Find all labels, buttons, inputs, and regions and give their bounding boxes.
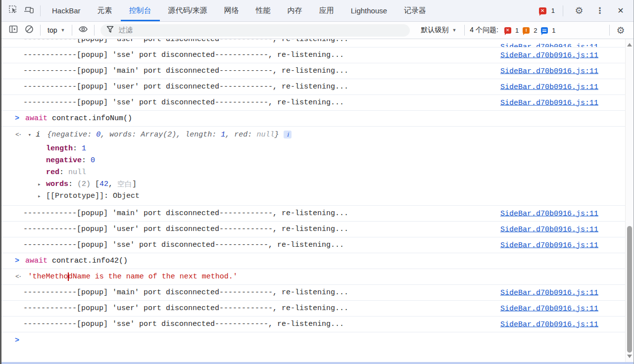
panel-tabs: HackBar 元素 控制台 源代码/来源 网络 性能 内存 应用 Lighth… — [44, 0, 435, 21]
property-name: negative — [46, 156, 82, 165]
property-value: 1 — [82, 144, 86, 153]
tab-application[interactable]: 应用 — [311, 0, 342, 21]
log-levels-label: 默认级别 — [421, 26, 448, 35]
keyword-await: await — [25, 114, 48, 123]
source-link[interactable]: SideBar.d70b0916.js:11 — [500, 43, 598, 48]
inspect-element-button[interactable] — [5, 3, 21, 19]
result-object-block: <· ▾ i {negative: 0, words: Array(2), le… — [1, 127, 634, 206]
source-link[interactable]: SideBar.d70b0916.js:11 — [500, 209, 598, 218]
console-input-echo-row: > await contract.infoNum() — [1, 111, 634, 127]
expand-open-icon[interactable]: ▾ — [28, 132, 32, 138]
result-output-icon: <· — [15, 273, 21, 280]
prompt-chevron-icon: > — [15, 336, 19, 345]
tab-lighthouse[interactable]: Lighthouse — [342, 0, 395, 21]
source-link[interactable]: SideBar.d70b0916.js:11 — [500, 67, 598, 75]
result-string-row: <· 'theMethodName is the name of the nex… — [1, 269, 634, 285]
log-message: ------------[popup] 'sse' port disconnec… — [23, 98, 344, 107]
log-message: ------------[popup] 'sse' port disconnec… — [23, 241, 344, 249]
object-property-row: ▸ words: (2) [42, 空白] — [1, 178, 634, 190]
console-sidebar-toggle-button[interactable] — [5, 22, 21, 38]
issues-label: 4 个问题: — [470, 26, 498, 35]
log-row: ------------[popup] 'main' port disconne… — [1, 285, 634, 301]
source-link[interactable]: SideBar.d70b0916.js:11 — [500, 304, 598, 313]
log-message: ------------[popup] 'main' port disconne… — [23, 288, 348, 297]
value-info-icon[interactable]: i — [284, 131, 292, 138]
object-preview: {negative: 0, words: Array(2), length: 1… — [47, 131, 279, 139]
more-options-button[interactable]: ⋮ — [592, 3, 608, 19]
tab-performance[interactable]: 性能 — [247, 0, 279, 21]
vertical-scrollbar[interactable] — [625, 39, 634, 362]
close-devtools-button[interactable]: ✕ — [613, 3, 629, 19]
settings-button[interactable]: ⚙ — [571, 3, 587, 19]
filter-placeholder: 过滤 — [118, 26, 132, 35]
tab-recorder[interactable]: 记录器 — [395, 0, 435, 21]
source-link[interactable]: SideBar.d70b0916.js:11 — [500, 288, 598, 297]
property-name: length — [46, 144, 73, 153]
tab-console[interactable]: 控制台 — [121, 0, 160, 21]
issue-message-icon — [541, 27, 548, 34]
log-row: ------------[popup] 'user' port disconne… — [1, 301, 634, 317]
log-row: ------------[popup] 'sse' port disconnec… — [1, 317, 634, 332]
issue-error-count: 1 — [515, 27, 519, 34]
source-link[interactable]: SideBar.d70b0916.js:11 — [500, 83, 598, 91]
tabbar-divider — [40, 5, 41, 16]
issue-message-count: 1 — [552, 27, 555, 34]
scrollbar-thumb[interactable] — [627, 226, 632, 353]
tab-network[interactable]: 网络 — [216, 0, 247, 21]
inspect-cursor-icon — [8, 5, 18, 17]
clear-console-button[interactable] — [21, 22, 37, 38]
tab-memory[interactable]: 内存 — [279, 0, 311, 21]
log-row: ------------[popup] 'sse' port disconnec… — [1, 95, 634, 111]
log-row: ------------[popup] 'user' port disconne… — [1, 79, 634, 95]
log-message: ------------[popup] 'user' port disconne… — [23, 39, 348, 44]
console-prompt[interactable]: > — [1, 332, 634, 348]
error-badge-count: 1 — [551, 7, 555, 14]
console-toolbar: top ▼ 过滤 默认级别 ▼ 4 — [1, 22, 634, 39]
error-badge-icon[interactable]: ✕ — [539, 7, 546, 14]
eye-icon — [78, 24, 89, 36]
tab-sources[interactable]: 源代码/来源 — [160, 0, 216, 21]
console-input-echo-row: > await contract.info42() — [1, 253, 634, 269]
source-link[interactable]: SideBar.d70b0916.js:11 — [500, 225, 598, 233]
source-link[interactable]: SideBar.d70b0916.js:11 — [500, 320, 598, 328]
console-settings-button[interactable]: ⚙ — [613, 22, 629, 38]
object-prototype-row: ▸ [[Prototype]]: Object — [1, 190, 634, 202]
issue-warning-icon: ! — [523, 27, 530, 34]
log-message: ------------[popup] 'main' port disconne… — [23, 67, 348, 75]
live-expression-button[interactable] — [75, 22, 91, 38]
log-message: ------------[popup] 'sse' port disconnec… — [23, 51, 344, 59]
property-name: red — [46, 168, 59, 177]
log-levels-dropdown[interactable]: 默认级别 ▼ — [416, 26, 461, 35]
filter-input[interactable]: 过滤 — [100, 24, 410, 37]
log-row: ------------[popup] 'sse' port disconnec… — [1, 47, 634, 63]
kebab-menu-icon: ⋮ — [596, 6, 604, 15]
toolbar-divider — [40, 25, 41, 36]
source-link[interactable]: SideBar.d70b0916.js:11 — [500, 98, 598, 107]
expand-closed-icon[interactable]: ▸ — [38, 181, 41, 187]
string-result: 'theMethodName is the name of the next m… — [28, 273, 238, 281]
property-value: 0 — [91, 156, 95, 165]
tabbar-divider — [563, 5, 563, 16]
scroll-up-arrow[interactable] — [627, 43, 632, 46]
context-selector[interactable]: top ▼ — [44, 26, 69, 34]
object-class-name: i — [36, 131, 40, 139]
source-link[interactable]: SideBar.d70b0916.js:11 — [500, 241, 598, 249]
expand-closed-icon[interactable]: ▸ — [38, 193, 41, 199]
device-toolbar-button[interactable] — [21, 3, 37, 19]
clear-console-icon — [24, 24, 34, 36]
input-chevron-icon: > — [15, 114, 19, 123]
console-sidebar-icon — [8, 24, 18, 36]
log-row: ------------[popup] 'main' port disconne… — [1, 63, 634, 79]
scroll-down-arrow[interactable] — [627, 355, 632, 358]
log-message: ------------[popup] 'main' port disconne… — [23, 209, 348, 218]
tab-elements[interactable]: 元素 — [89, 0, 121, 21]
log-row: ------------[popup] 'user' port disconne… — [1, 222, 634, 237]
object-property-row: length: 1 — [1, 142, 634, 154]
input-chevron-icon: > — [15, 257, 19, 265]
tab-hackbar[interactable]: HackBar — [44, 0, 89, 21]
source-link[interactable]: SideBar.d70b0916.js:11 — [500, 51, 598, 59]
tabbar-right-controls: ✕ 1 ⚙ ⋮ ✕ — [539, 3, 629, 19]
issues-counter[interactable]: 4 个问题: ✕ 1 ! 2 1 — [468, 26, 557, 35]
devtools-window: HackBar 元素 控制台 源代码/来源 网络 性能 内存 应用 Lighth… — [0, 0, 634, 364]
toolbar-divider — [72, 25, 72, 36]
